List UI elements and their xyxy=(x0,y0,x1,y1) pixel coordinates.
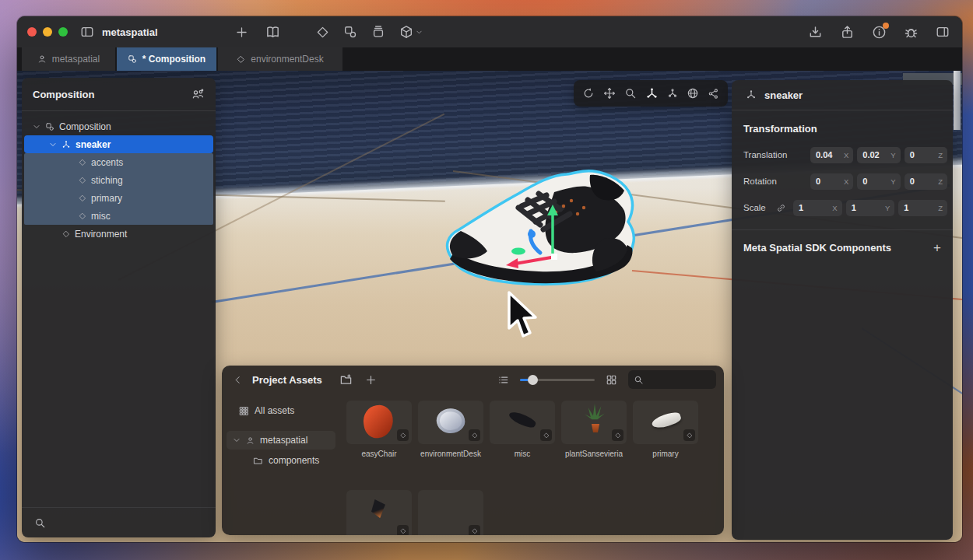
primary-thumbnail xyxy=(651,410,683,430)
tree-row-composition[interactable]: Composition xyxy=(22,117,216,135)
rotation-row: Rotation 0 X 0 Y 0 Z xyxy=(732,170,953,192)
entity-badge xyxy=(397,525,409,535)
zoom-window-button[interactable] xyxy=(58,27,68,37)
import-icon[interactable] xyxy=(808,25,823,40)
entity-icon xyxy=(79,177,86,184)
thumbnail-size-slider[interactable] xyxy=(520,379,595,381)
sneaker-model-selected[interactable] xyxy=(437,164,649,307)
asset-tile-easychair[interactable] xyxy=(346,401,412,444)
sidebar-item-metaspatial[interactable]: metaspatial xyxy=(227,431,335,450)
search-icon xyxy=(34,517,46,529)
translation-y-field[interactable]: 0.02 Y xyxy=(857,147,900,163)
globe-icon[interactable] xyxy=(687,87,699,100)
sidebar-item-components[interactable]: components xyxy=(222,451,340,470)
assets-grid: easyChair environmentDesk misc plantSans… xyxy=(340,394,724,470)
translate-gizmo-icon[interactable] xyxy=(645,87,659,100)
orbit-icon[interactable] xyxy=(582,87,595,100)
assets-search-box[interactable] xyxy=(628,370,716,389)
add-asset-icon[interactable] xyxy=(365,374,377,386)
asset-label: plantSansevieria xyxy=(559,450,629,459)
tree-row-primary[interactable]: primary xyxy=(24,189,213,207)
tab-composition[interactable]: * Composition xyxy=(117,47,216,71)
chevron-down-icon xyxy=(49,141,57,149)
add-icon[interactable] xyxy=(235,26,248,39)
slider-knob[interactable] xyxy=(528,375,538,385)
rotate-gizmo-icon[interactable] xyxy=(667,88,678,99)
share-nodes-icon[interactable] xyxy=(708,88,719,100)
entity-icon xyxy=(62,230,70,238)
share-hierarchy-icon[interactable] xyxy=(191,88,205,101)
tree-row-stiching[interactable]: stiching xyxy=(24,171,213,189)
misc-thumbnail xyxy=(508,409,537,430)
tree-row-environment[interactable]: Environment xyxy=(22,225,216,243)
add-component-button[interactable]: + xyxy=(933,241,941,254)
viewport-toolbar xyxy=(574,80,728,107)
minimize-button[interactable] xyxy=(43,27,52,37)
composition-icon[interactable] xyxy=(343,25,357,39)
asset-tile-plantsansevieria[interactable] xyxy=(561,401,627,444)
search-icon xyxy=(634,375,644,385)
entity-badge xyxy=(683,429,695,441)
assets-sidebar: All assets metaspatial components xyxy=(222,394,340,470)
share-icon[interactable] xyxy=(840,25,855,40)
assets-search-input[interactable] xyxy=(648,374,713,385)
bug-icon[interactable] xyxy=(904,25,919,40)
inspector-title: sneaker xyxy=(764,89,803,101)
entity-badge xyxy=(469,525,480,535)
sidebar-item-all-assets[interactable]: All assets xyxy=(222,401,340,420)
scale-link-icon[interactable] xyxy=(776,203,793,213)
project-assets-panel: Project Assets xyxy=(222,366,724,535)
cube-menu-icon[interactable] xyxy=(399,25,423,39)
pan-icon[interactable] xyxy=(603,87,616,100)
asset-tile-misc[interactable] xyxy=(490,401,555,444)
scale-y-field[interactable]: 1 Y xyxy=(846,200,895,216)
asset-label: easyChair xyxy=(344,450,414,459)
cursor-pointer xyxy=(501,290,539,343)
back-chevron-icon[interactable] xyxy=(233,375,243,385)
tree-row-misc[interactable]: misc xyxy=(24,207,213,225)
composition-icon xyxy=(128,54,137,64)
translation-z-field[interactable]: 0 Z xyxy=(905,147,947,163)
rotation-x-field[interactable]: 0 X xyxy=(810,173,853,190)
zoom-icon[interactable] xyxy=(624,87,637,100)
panel-right-toggle-icon[interactable] xyxy=(936,25,950,39)
tree-row-sneaker-selected[interactable]: sneaker xyxy=(24,135,213,153)
tab-metaspatial[interactable]: metaspatial xyxy=(22,47,115,71)
title-bar: metaspatial xyxy=(17,16,962,47)
rotation-y-field[interactable]: 0 Y xyxy=(857,173,900,190)
list-view-icon[interactable] xyxy=(497,374,509,386)
tray-icon[interactable] xyxy=(371,25,385,39)
scene-pole xyxy=(954,71,961,130)
new-folder-icon[interactable] xyxy=(339,373,353,387)
main-area: Composition Composition sneaker xyxy=(17,71,962,542)
asset-tile-environmentdesk[interactable] xyxy=(418,401,483,444)
scale-x-field[interactable]: 1 X xyxy=(793,200,842,216)
tree-row-accents[interactable]: accents xyxy=(24,153,213,171)
entity-icon xyxy=(79,212,86,220)
composition-tree: Composition sneaker accents stiching xyxy=(22,111,216,243)
asset-tile-partial[interactable] xyxy=(346,490,412,535)
asset-tile-partial[interactable] xyxy=(418,490,483,535)
asset-label: misc xyxy=(487,450,557,459)
asset-tile-primary[interactable] xyxy=(633,401,698,444)
tab-environmentdesk[interactable]: environmentDesk xyxy=(218,47,342,71)
entity-badge xyxy=(397,429,409,441)
entity-icon[interactable] xyxy=(316,26,329,39)
app-window: metaspatial xyxy=(17,16,962,542)
sneaker-piece-thumbnail xyxy=(371,499,385,518)
grid-icon xyxy=(239,406,249,416)
translation-x-field[interactable]: 0.04 X xyxy=(810,147,853,163)
grid-view-icon[interactable] xyxy=(606,374,617,386)
sidebar-toggle-icon[interactable] xyxy=(80,25,94,39)
scale-z-field[interactable]: 1 Z xyxy=(898,200,947,216)
translation-row: Translation 0.04 X 0.02 Y 0 Z xyxy=(732,144,953,166)
close-button[interactable] xyxy=(27,27,37,37)
library-icon[interactable] xyxy=(265,25,280,40)
rotation-z-field[interactable]: 0 Z xyxy=(905,173,947,190)
info-icon[interactable] xyxy=(872,25,887,40)
composition-search[interactable] xyxy=(22,507,216,537)
chevron-down-icon xyxy=(33,123,40,131)
plant-thumbnail xyxy=(585,404,605,425)
composition-icon xyxy=(45,122,54,131)
transformation-section-title: Transformation xyxy=(732,110,953,144)
